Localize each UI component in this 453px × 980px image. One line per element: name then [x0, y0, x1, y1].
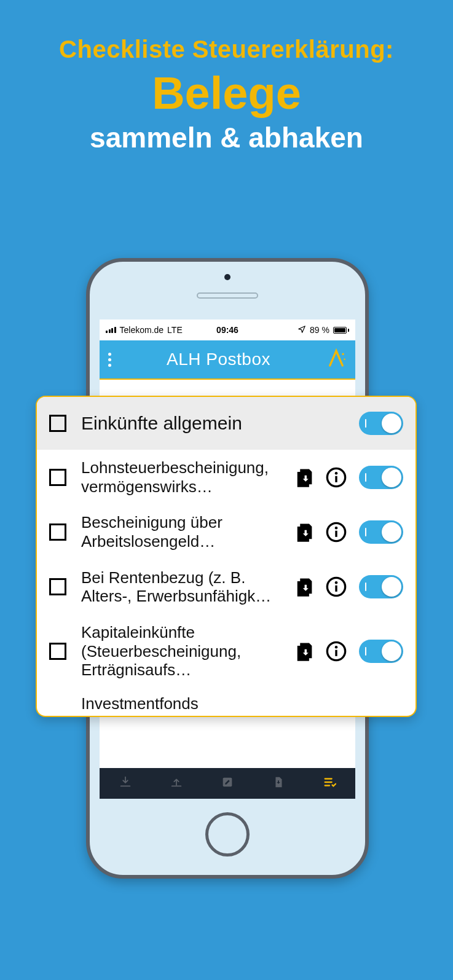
svg-point-0 — [342, 353, 344, 355]
info-icon[interactable] — [325, 466, 348, 489]
toggle-switch[interactable] — [359, 575, 403, 598]
svg-point-1 — [344, 358, 345, 360]
info-icon[interactable] — [325, 575, 348, 598]
home-button[interactable] — [205, 812, 250, 857]
upload-icon[interactable] — [293, 520, 316, 544]
upload-icon[interactable] — [293, 640, 316, 663]
app-logo-icon — [326, 348, 347, 371]
checklist-icon[interactable] — [323, 775, 336, 791]
toggle-switch[interactable] — [359, 640, 403, 663]
toggle-switch[interactable] — [359, 412, 403, 435]
list-item-label: Bescheinigung über Arbeitslosengeld… — [81, 513, 284, 551]
toggle-switch[interactable] — [359, 466, 403, 489]
checkbox[interactable] — [49, 643, 66, 660]
checkbox[interactable] — [49, 523, 66, 541]
phone-sensor — [224, 274, 230, 280]
svg-point-7 — [335, 472, 338, 475]
headline: Checkliste Steuererklärung: Belege samme… — [0, 0, 453, 154]
svg-point-16 — [335, 646, 338, 649]
info-icon[interactable] — [325, 520, 348, 544]
status-bar: Telekom.de LTE 09:46 89 % — [100, 319, 355, 340]
svg-rect-14 — [335, 586, 337, 592]
carrier-label: Telekom.de — [120, 325, 164, 335]
checklist-section-header[interactable]: Einkünfte allgemein — [37, 397, 416, 450]
checkbox[interactable] — [49, 415, 66, 432]
headline-line1: Checkliste Steuererklärung: — [0, 36, 453, 63]
upload-icon[interactable] — [170, 775, 183, 791]
svg-rect-17 — [335, 650, 337, 656]
network-label: LTE — [167, 325, 183, 335]
battery-icon — [333, 327, 349, 334]
upload-icon[interactable] — [293, 466, 316, 489]
list-item-label: Lohnsteuerbescheinigung, vermögenswirks… — [81, 458, 284, 496]
list-item-label: Kapitaleinkünfte (Steuerbescheinigung, E… — [81, 623, 284, 680]
svg-rect-11 — [335, 531, 337, 537]
svg-rect-8 — [335, 476, 337, 482]
app-header: ALH Postbox — [100, 340, 355, 380]
headline-line3: sammeln & abhaken — [0, 121, 453, 154]
edit-icon[interactable] — [221, 775, 234, 791]
checkbox[interactable] — [49, 578, 66, 595]
svg-point-10 — [335, 527, 338, 530]
list-item[interactable]: Kapitaleinkünfte (Steuerbescheinigung, E… — [37, 614, 416, 688]
list-item-label: Investmentfonds — [81, 694, 403, 713]
list-item[interactable]: Lohnsteuerbescheinigung, vermögenswirks… — [37, 450, 416, 504]
svg-point-13 — [335, 581, 338, 584]
section-header-label: Einkünfte allgemein — [81, 412, 348, 434]
menu-icon[interactable] — [108, 353, 111, 367]
status-time: 09:46 — [216, 325, 238, 335]
list-item[interactable]: Bescheinigung über Arbeitslosengeld… — [37, 504, 416, 559]
list-item[interactable]: Bei Rentenbezug (z. B. Alters-, Erwerbsu… — [37, 560, 416, 614]
upload-icon[interactable] — [293, 575, 316, 598]
checkbox[interactable] — [49, 469, 66, 486]
list-item[interactable]: Investmentfonds — [37, 688, 416, 716]
battery-percent: 89 % — [310, 325, 329, 335]
app-title: ALH Postbox — [167, 350, 270, 369]
info-icon[interactable] — [325, 640, 348, 663]
location-icon — [297, 325, 306, 335]
toggle-switch[interactable] — [359, 520, 403, 544]
headline-line2: Belege — [0, 71, 453, 116]
phone-speaker — [197, 292, 258, 299]
download-icon[interactable] — [119, 775, 132, 791]
bottom-nav — [100, 768, 355, 799]
file-upload-icon[interactable] — [272, 775, 285, 791]
checklist-overlay: Einkünfte allgemein Lohnsteuerbescheinig… — [36, 396, 417, 717]
signal-icon — [106, 327, 116, 333]
list-item-label: Bei Rentenbezug (z. B. Alters-, Erwerbsu… — [81, 568, 284, 606]
